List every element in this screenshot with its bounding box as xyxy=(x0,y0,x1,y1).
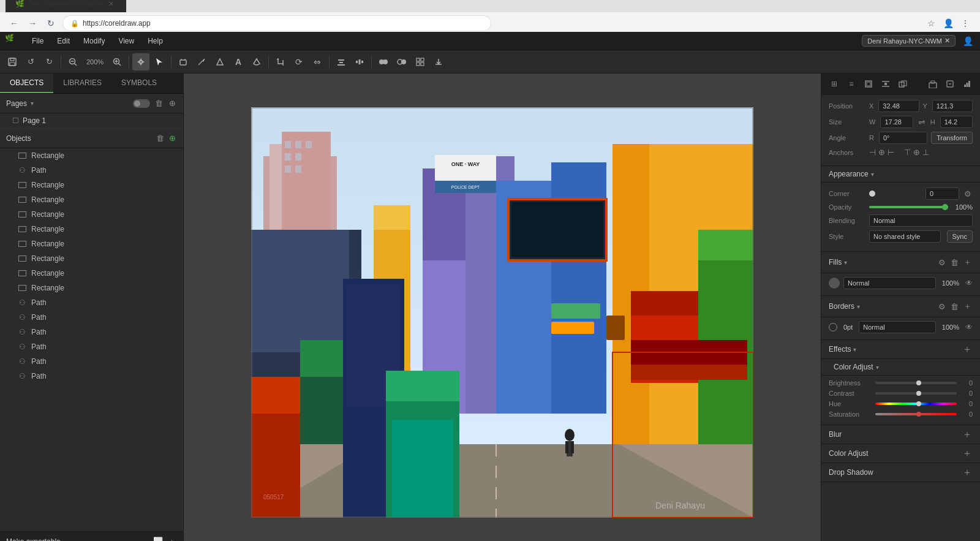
fill-visibility-btn[interactable]: 👁 xyxy=(965,279,973,287)
save-btn[interactable] xyxy=(4,53,21,70)
drop-shadow-add-btn[interactable]: ＋ xyxy=(962,467,973,478)
corner-settings-btn[interactable]: ⚙ xyxy=(963,188,973,200)
effects-add-btn[interactable]: ＋ xyxy=(962,344,973,355)
transform-btn[interactable]: Transform xyxy=(931,132,973,144)
user-tab-close[interactable]: ✕ xyxy=(944,37,950,45)
export-tool[interactable] xyxy=(430,53,447,70)
saturation-thumb[interactable] xyxy=(916,412,921,417)
opacity-slider[interactable] xyxy=(869,206,948,208)
color-adjust-header[interactable]: Color Adjust ▾ xyxy=(821,359,980,376)
border-blend-select[interactable]: Normal xyxy=(859,321,936,333)
back-button[interactable]: ← xyxy=(7,17,21,30)
anchor-bottom-icon[interactable]: ⊥ xyxy=(922,148,929,157)
rp-chart-icon[interactable] xyxy=(959,77,975,91)
h-input[interactable] xyxy=(940,116,973,128)
list-item[interactable]: Rectangle xyxy=(0,192,183,207)
anchor-top-icon[interactable]: ⊤ xyxy=(904,148,911,157)
borders-settings-btn[interactable]: ⚙ xyxy=(937,300,947,313)
user-account-icon[interactable]: 👤 xyxy=(960,34,975,48)
contrast-thumb[interactable] xyxy=(916,391,921,396)
list-item[interactable]: ⚇ Path xyxy=(0,354,183,369)
objects-delete-btn[interactable]: 🗑 xyxy=(155,132,165,144)
rp-transform-icon[interactable] xyxy=(861,77,876,91)
list-item[interactable]: Rectangle xyxy=(0,207,183,222)
tab-objects[interactable]: OBJECTS xyxy=(0,74,53,93)
pen-tool[interactable] xyxy=(193,53,210,70)
url-bar[interactable]: 🔒 https://coreldraw.app xyxy=(62,15,491,31)
angle-input[interactable] xyxy=(879,132,927,144)
menu-edit[interactable]: Edit xyxy=(51,34,76,48)
bookmarks-icon[interactable]: ☆ xyxy=(924,16,938,31)
hue-thumb[interactable] xyxy=(916,401,921,406)
redo-btn[interactable]: ↻ xyxy=(40,53,58,70)
hue-slider[interactable] xyxy=(875,403,957,405)
corner-input[interactable] xyxy=(925,187,959,200)
color-adjust-2-row[interactable]: Color Adjust ＋ xyxy=(821,444,980,463)
borders-section-header[interactable]: Borders ▾ ⚙ 🗑 ＋ xyxy=(821,296,980,317)
list-item[interactable]: Rectangle xyxy=(0,222,183,236)
list-item[interactable]: ⚇ Path xyxy=(0,369,183,384)
menu-view[interactable]: View xyxy=(112,34,140,48)
text-tool[interactable]: A xyxy=(230,53,247,70)
pan-tool[interactable] xyxy=(132,53,149,70)
rp-more-icon[interactable] xyxy=(925,77,941,91)
crop-tool[interactable] xyxy=(272,53,289,70)
select-tool[interactable] xyxy=(151,53,168,70)
border-color-swatch[interactable] xyxy=(829,323,837,331)
zoom-out-btn[interactable] xyxy=(64,53,81,70)
list-item[interactable]: Rectangle xyxy=(0,178,183,192)
user-tab[interactable]: Deni Rahayu-NYC-NWM ✕ xyxy=(862,35,956,47)
menu-dots-icon[interactable]: ⋮ xyxy=(958,16,973,31)
effects-section-header[interactable]: Effects ▾ ＋ xyxy=(821,340,980,359)
fills-settings-btn[interactable]: ⚙ xyxy=(937,255,947,269)
anchor-center-icon[interactable]: ⊕ xyxy=(878,148,885,157)
list-item[interactable]: ⚇ Path xyxy=(0,295,183,310)
objects-more-btn[interactable]: ⊕ xyxy=(168,132,177,144)
tab-symbols[interactable]: SYMBOLS xyxy=(111,74,167,93)
fill-blend-select[interactable]: Normal xyxy=(843,277,936,289)
undo-btn[interactable]: ↺ xyxy=(22,53,39,70)
align-tool[interactable] xyxy=(333,53,350,70)
x-input[interactable] xyxy=(878,100,919,112)
list-item[interactable]: Rectangle xyxy=(0,281,183,295)
page-1-item[interactable]: ☐ Page 1 xyxy=(0,113,183,128)
borders-delete-btn[interactable]: 🗑 xyxy=(949,300,960,313)
shape-tool[interactable] xyxy=(175,53,192,70)
contrast-slider[interactable] xyxy=(875,392,957,395)
list-item[interactable]: Rectangle xyxy=(0,236,183,251)
boolean-union[interactable] xyxy=(375,53,392,70)
brightness-thumb[interactable] xyxy=(916,380,921,385)
mirror-tool[interactable]: ⇔ xyxy=(309,53,326,70)
anchor-middle-icon[interactable]: ⊕ xyxy=(913,148,920,157)
rp-distribute-icon[interactable] xyxy=(878,77,894,91)
style-select[interactable]: No shared style xyxy=(869,230,941,243)
reload-button[interactable]: ↻ xyxy=(44,17,58,30)
constrain-proportions-btn[interactable]: ⇌ xyxy=(917,116,927,128)
appearance-section-header[interactable]: Appearance ▾ xyxy=(821,166,980,183)
grid-tool[interactable] xyxy=(412,53,429,70)
blur-row[interactable]: Blur ＋ xyxy=(821,425,980,444)
list-item[interactable]: ⚇ Path xyxy=(0,339,183,354)
rp-offset-icon[interactable] xyxy=(895,77,911,91)
blur-add-btn[interactable]: ＋ xyxy=(962,429,973,440)
export-preview-btn[interactable]: ⬜ xyxy=(152,535,164,542)
blending-select[interactable]: Normal xyxy=(869,214,973,227)
brightness-slider[interactable] xyxy=(875,382,957,384)
color-adjust-2-add-btn[interactable]: ＋ xyxy=(962,448,973,459)
menu-modify[interactable]: Modify xyxy=(77,34,111,48)
y-input[interactable] xyxy=(932,100,973,112)
menu-file[interactable]: File xyxy=(26,34,50,48)
forward-button[interactable]: → xyxy=(26,17,39,30)
anchor-right-icon[interactable]: ⊢ xyxy=(888,148,894,157)
fills-section-header[interactable]: Fills ▾ ⚙ 🗑 ＋ xyxy=(821,252,980,273)
list-item[interactable]: Rectangle xyxy=(0,251,183,266)
list-item[interactable]: ⚇ Path xyxy=(0,310,183,325)
zoom-in-btn[interactable] xyxy=(108,53,126,70)
active-tab[interactable]: 🌿 Deni Rahayu-NYC-NWM ✕ xyxy=(5,0,127,12)
fill-color-swatch[interactable] xyxy=(829,278,840,289)
rotate-tool[interactable]: ⟳ xyxy=(290,53,307,70)
opacity-thumb[interactable] xyxy=(942,204,948,210)
sync-btn[interactable]: Sync xyxy=(947,230,973,243)
pages-more-btn[interactable]: ⊕ xyxy=(168,97,177,109)
node-tool[interactable] xyxy=(211,53,228,70)
